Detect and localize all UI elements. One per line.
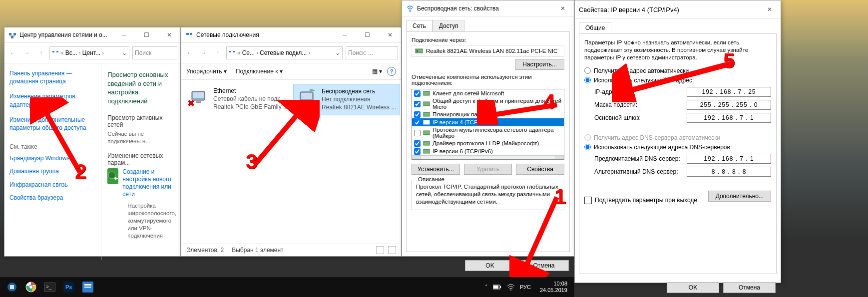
chrome-icon[interactable] (22, 278, 40, 296)
firewall-link[interactable]: Брандмауэр Windows (9, 154, 96, 162)
properties-button[interactable]: Свойства (516, 164, 564, 175)
component-checkbox[interactable] (414, 101, 421, 107)
title: Беспроводная сеть: свойства (417, 5, 551, 12)
clock[interactable]: 10:0824.05.2019 (536, 281, 571, 294)
svg-rect-23 (424, 112, 430, 116)
app-icon[interactable] (79, 278, 97, 296)
control-panel-home-link[interactable]: Панель управления —домашняя страница (9, 69, 96, 85)
forward-button[interactable]: → (21, 47, 32, 58)
cancel-button[interactable]: Отмена (723, 282, 776, 293)
new-connection-task[interactable]: Создание и настройка нового подключения … (107, 168, 176, 198)
component-checkbox[interactable] (414, 148, 421, 155)
close-button[interactable]: ✕ (158, 27, 180, 42)
configure-button[interactable]: Настроить... (515, 59, 564, 70)
help-icon[interactable]: ? (387, 67, 396, 76)
advanced-sharing-link[interactable]: Изменить дополнительныепараметры общего … (9, 116, 96, 132)
organize-menu[interactable]: Упорядочить ▾ (186, 68, 227, 75)
up-button[interactable]: ↑ (212, 47, 223, 58)
component-item[interactable]: IP версии 6 (TCP/IPv6) (412, 147, 564, 155)
mask-input[interactable]: 255 . 255 . 255 . 0 (687, 100, 771, 110)
titlebar[interactable]: Свойства: IP версии 4 (TCP/IPv4) ✕ (575, 0, 781, 19)
svg-rect-15 (196, 101, 201, 103)
obtain-ip-auto-radio[interactable]: Получить IP-адрес автоматически (584, 67, 771, 74)
titlebar[interactable]: Центр управления сетями и о... ─ ☐ ✕ (4, 27, 180, 43)
component-checkbox[interactable] (414, 111, 421, 118)
tab-network[interactable]: Сеть (406, 20, 433, 31)
dns2-input[interactable]: 8 . 8 . 8 . 8 (687, 167, 771, 177)
back-button[interactable]: ← (7, 47, 18, 58)
title: Сетевые подключения (196, 31, 334, 38)
components-list[interactable]: Клиент для сетей MicrosoftОбщий доступ к… (412, 89, 564, 160)
close-button[interactable]: ✕ (379, 27, 401, 42)
component-checkbox[interactable] (414, 90, 421, 97)
use-ip-radio[interactable]: Использовать следующий IP-адрес: (584, 77, 771, 84)
component-checkbox[interactable] (414, 130, 421, 136)
forward-button[interactable]: → (198, 47, 209, 58)
maximize-button[interactable]: ☐ (356, 27, 379, 42)
component-item[interactable]: Планировщик пакетов QoS (412, 110, 564, 118)
gateway-input[interactable]: 192 . 168 . 7 . 1 (687, 113, 771, 123)
search-input[interactable]: Поиск (132, 46, 177, 59)
svg-rect-44 (84, 287, 91, 288)
taskbar[interactable]: >_ Ps ˄ РУС 10:0824.05.2019 (0, 277, 574, 297)
protocol-icon (423, 148, 430, 155)
svg-rect-46 (500, 286, 501, 288)
battery-icon[interactable] (493, 284, 502, 290)
view-details-button[interactable] (376, 246, 384, 254)
start-button[interactable] (3, 278, 21, 296)
component-checkbox[interactable] (414, 119, 421, 126)
svg-point-48 (510, 290, 511, 291)
component-checkbox[interactable] (414, 140, 421, 147)
breadcrumb[interactable]: «Се...›Сетевые подкл...› ⌄ (226, 46, 343, 59)
cancel-button[interactable]: Отмена (519, 260, 569, 271)
homegroup-link[interactable]: Домашняя группа (9, 167, 96, 175)
advanced-button[interactable]: Дополнительно... (708, 191, 771, 202)
component-item[interactable]: Драйвер протокола LLDP (Майкрософт) (412, 139, 564, 147)
tab-access[interactable]: Доступ (433, 20, 465, 31)
search-input[interactable]: Поиск: ... (346, 46, 398, 59)
protocol-icon (423, 119, 430, 126)
component-item[interactable]: Общий доступ к файлам и принтерам для се… (412, 97, 564, 110)
scrollbar[interactable]: ◄► (412, 155, 564, 160)
component-item[interactable]: Клиент для сетей Microsoft (412, 89, 564, 97)
up-button[interactable]: ↑ (35, 47, 46, 58)
minimize-button[interactable]: ─ (113, 27, 135, 42)
wifi-adapter[interactable]: ✖ Беспроводная сеть Нет подключения Real… (293, 84, 400, 115)
component-item[interactable]: IP версии 4 (TCP/IPv4) (412, 118, 564, 126)
cmd-icon[interactable]: >_ (41, 278, 59, 296)
network-icon (185, 31, 193, 39)
status-bar: Элементов: 2 Выбран 1 элемент (181, 244, 401, 256)
photoshop-icon[interactable]: Ps (60, 278, 78, 296)
tab-general[interactable]: Общие (579, 22, 611, 33)
wifi-tray-icon[interactable] (507, 284, 515, 291)
view-tiles-button[interactable] (388, 246, 396, 254)
install-button[interactable]: Установить... (412, 164, 460, 175)
titlebar[interactable]: Беспроводная сеть: свойства ✕ (402, 0, 574, 17)
back-button[interactable]: ← (184, 47, 195, 58)
browser-props-link[interactable]: Свойства браузера (9, 194, 96, 202)
ethernet-adapter[interactable]: ✖ Ethernet Сетевой кабель не подк... Rea… (185, 84, 291, 115)
remove-button[interactable]: Удалить (464, 164, 512, 175)
change-adapter-settings-link[interactable]: Изменение параметровадаптера (9, 92, 96, 108)
lang-indicator[interactable]: РУС (520, 284, 531, 290)
ok-button[interactable]: OK (465, 260, 515, 271)
dns1-input[interactable]: 192 . 168 . 7 . 1 (687, 154, 771, 164)
ip-input[interactable]: 192 . 168 . 7 . 25 (687, 87, 771, 97)
verify-on-exit-checkbox[interactable]: Подтвердить параметры при выходе (584, 197, 697, 204)
breadcrumb[interactable]: «Вс...›Цент...› ⌄ (49, 46, 129, 59)
minimize-button[interactable]: ─ (334, 27, 356, 42)
component-item[interactable]: Протокол мультиплексора сетевого адаптер… (412, 126, 564, 139)
use-dns-radio[interactable]: Использовать следующие адреса DNS-сервер… (584, 144, 771, 151)
ok-button[interactable]: OK (667, 282, 719, 293)
close-button[interactable]: ✕ (551, 1, 574, 16)
close-button[interactable]: ✕ (758, 2, 781, 17)
titlebar[interactable]: Сетевые подключения ─ ☐ ✕ (181, 27, 401, 43)
components-label: Отмеченные компоненты используются этим … (412, 74, 564, 86)
maximize-button[interactable]: ☐ (135, 27, 158, 42)
infrared-link[interactable]: Инфракрасная связь (9, 181, 96, 189)
svg-rect-43 (84, 284, 91, 286)
view-icon[interactable]: ▦ ▾ (372, 68, 382, 75)
world-plus-icon (107, 168, 118, 184)
tray-up-icon[interactable]: ˄ (485, 284, 488, 291)
connect-to-menu[interactable]: Подключение к ▾ (236, 68, 283, 75)
